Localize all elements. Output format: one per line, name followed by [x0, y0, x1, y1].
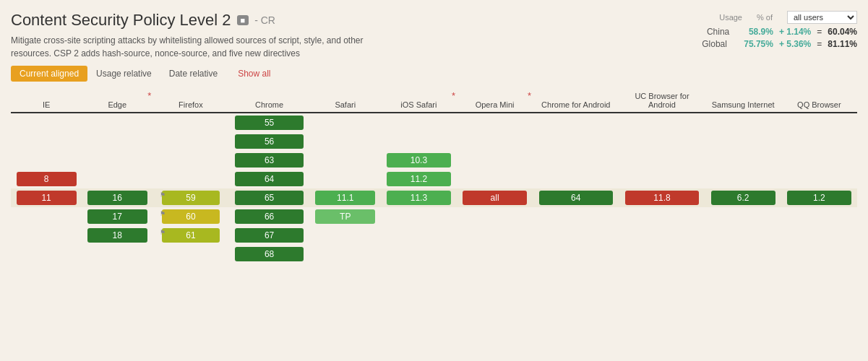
cell-ie: 11 [11, 188, 82, 207]
cr-label: - CR [254, 14, 275, 26]
tab-show-all[interactable]: Show all [229, 66, 279, 82]
global-base: 75.75% [744, 39, 773, 49]
th-qq: QQ Browser [781, 89, 857, 113]
cell-ie [11, 245, 82, 264]
table-row: 18⚑6167 [11, 226, 857, 245]
th-safari: Safari [310, 89, 381, 113]
edge-asterisk: * [147, 90, 151, 101]
tab-date-relative[interactable]: Date relative [160, 66, 226, 82]
th-ie: IE [11, 89, 82, 113]
global-label: Global [702, 39, 738, 49]
cell-chrome: 64 [228, 170, 309, 188]
cell-ie [11, 113, 82, 132]
cell-chrome_android [533, 226, 619, 245]
cell-opera: all [457, 188, 533, 207]
cell-chrome_android: 64 [533, 188, 619, 207]
china-plus: + 1.14% [779, 27, 811, 37]
cell-uc: 11.8 [619, 188, 705, 207]
cell-samsung [705, 113, 781, 132]
compat-table: IE Edge* Firefox Chrome Safari iOS Safar… [11, 89, 857, 264]
global-stat-row: Global 75.75% + 5.36% = 81.11% [655, 39, 857, 49]
th-firefox: Firefox [152, 89, 228, 113]
cell-opera [457, 226, 533, 245]
china-base: 58.9% [749, 27, 773, 37]
cell-edge: 16 [82, 188, 152, 207]
cell-edge [82, 245, 152, 264]
cell-uc [619, 170, 705, 188]
cell-ios [381, 245, 457, 264]
table-row: 17⚑6066TP [11, 207, 857, 226]
cell-edge [82, 113, 152, 132]
title-section: Content Security Policy Level 2 ■ - CR M… [11, 11, 655, 60]
cell-firefox: ⚑60 [152, 207, 228, 226]
cell-opera [457, 151, 533, 170]
china-label: China [707, 27, 743, 37]
cell-firefox [152, 151, 228, 170]
global-plus: + 5.36% [779, 39, 811, 49]
cell-safari: TP [310, 207, 381, 226]
cell-uc [619, 207, 705, 226]
table-row: 6310.3 [11, 151, 857, 170]
cell-chrome: 56 [228, 132, 309, 151]
cell-chrome: 63 [228, 151, 309, 170]
cell-opera [457, 132, 533, 151]
cell-qq [781, 151, 857, 170]
cell-ie: 8 [11, 170, 82, 188]
cell-safari [310, 151, 381, 170]
table-row: 86411.2 [11, 170, 857, 188]
tab-usage-relative[interactable]: Usage relative [87, 66, 160, 82]
cell-chrome: 68 [228, 245, 309, 264]
usage-label: Usage [719, 13, 742, 22]
cell-samsung [705, 151, 781, 170]
cell-ios [381, 226, 457, 245]
cell-ios: 11.3 [381, 188, 457, 207]
cell-qq [781, 207, 857, 226]
cell-firefox [152, 245, 228, 264]
cell-safari: 11.1 [310, 188, 381, 207]
china-eq: = [817, 27, 822, 37]
cell-safari [310, 226, 381, 245]
main-container: Content Security Policy Level 2 ■ - CR M… [0, 0, 868, 361]
cell-chrome_android [533, 207, 619, 226]
cell-safari [310, 245, 381, 264]
cell-opera [457, 170, 533, 188]
cell-chrome: 67 [228, 226, 309, 245]
cell-chrome: 65 [228, 188, 309, 207]
cell-uc [619, 113, 705, 132]
users-select[interactable]: all users tracked users [787, 11, 857, 24]
cell-samsung [705, 170, 781, 188]
cell-samsung [705, 207, 781, 226]
tab-current-aligned[interactable]: Current aligned [11, 66, 87, 82]
table-row: 55 [11, 113, 857, 132]
cell-firefox [152, 132, 228, 151]
cell-opera [457, 113, 533, 132]
cell-edge: 18 [82, 226, 152, 245]
table-row: 68 [11, 245, 857, 264]
cell-ie [11, 226, 82, 245]
cell-ie [11, 207, 82, 226]
page-title-row: Content Security Policy Level 2 ■ - CR [11, 11, 655, 30]
china-total: 60.04% [828, 27, 857, 37]
th-ios-safari: iOS Safari* [381, 89, 457, 113]
cell-uc [619, 151, 705, 170]
cell-ie [11, 132, 82, 151]
cell-chrome: 55 [228, 113, 309, 132]
cell-firefox: ⚑61 [152, 226, 228, 245]
browser-header-row: IE Edge* Firefox Chrome Safari iOS Safar… [11, 89, 857, 113]
th-samsung: Samsung Internet [705, 89, 781, 113]
cell-edge: 17 [82, 207, 152, 226]
th-chrome: Chrome [228, 89, 309, 113]
cell-samsung: 6.2 [705, 188, 781, 207]
cell-samsung [705, 226, 781, 245]
cell-uc [619, 132, 705, 151]
cell-qq [781, 226, 857, 245]
cell-firefox [152, 113, 228, 132]
cell-ios: 11.2 [381, 170, 457, 188]
china-stat-row: China 58.9% + 1.14% = 60.04% [655, 27, 857, 37]
cell-qq [781, 113, 857, 132]
cell-firefox [152, 170, 228, 188]
cell-opera [457, 207, 533, 226]
th-chrome-android: Chrome for Android [533, 89, 619, 113]
cell-samsung [705, 245, 781, 264]
cell-ie [11, 151, 82, 170]
